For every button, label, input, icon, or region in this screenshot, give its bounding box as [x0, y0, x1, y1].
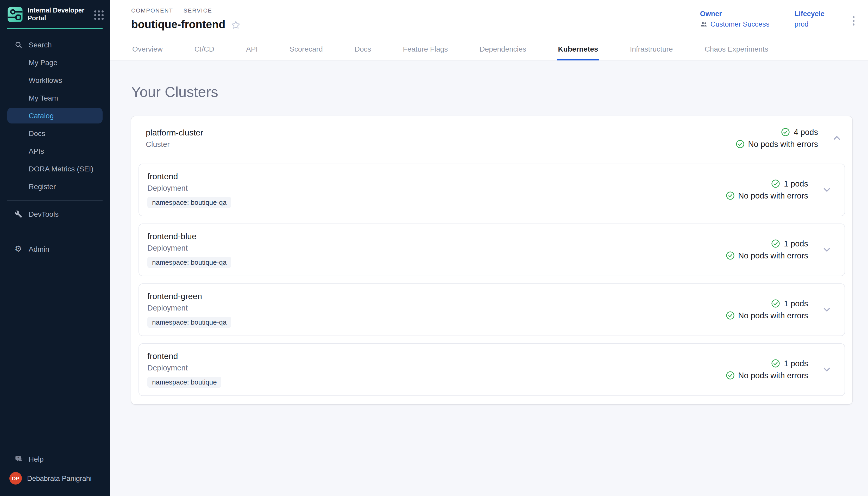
workload-row[interactable]: frontend-blue Deployment namespace: bout…: [139, 223, 845, 276]
check-circle-icon: [771, 299, 780, 308]
tab-overview[interactable]: Overview: [131, 45, 164, 60]
wrench-icon: [15, 210, 22, 218]
app-title: Internal Developer Portal: [28, 7, 90, 22]
lifecycle-value: prod: [794, 20, 824, 28]
tab-infrastructure[interactable]: Infrastructure: [629, 45, 674, 60]
tab-docs[interactable]: Docs: [354, 45, 372, 60]
chevron-down-icon[interactable]: [822, 184, 832, 195]
sidebar-item-search[interactable]: Search: [0, 36, 110, 54]
sidebar-item-docs[interactable]: Docs: [0, 125, 110, 142]
owner-label: Owner: [700, 10, 770, 18]
workload-pods-count: 1 pods: [771, 239, 808, 248]
check-circle-icon: [771, 179, 780, 188]
app-switcher-icon[interactable]: [94, 11, 103, 20]
tab-dependencies[interactable]: Dependencies: [479, 45, 527, 60]
check-circle-icon: [726, 371, 735, 380]
sidebar-item-register[interactable]: Register: [0, 178, 110, 196]
workload-pods-count: 1 pods: [771, 359, 808, 368]
avatar: DP: [10, 472, 22, 484]
cluster-pods-count: 4 pods: [781, 127, 818, 137]
breadcrumb: COMPONENT — SERVICE: [131, 7, 241, 14]
sidebar-bottom: ? Help DP Debabrata Panigrahi: [0, 450, 110, 496]
chevron-down-icon[interactable]: [822, 304, 832, 315]
tab-api[interactable]: API: [245, 45, 259, 60]
app-logo-icon: [7, 7, 23, 22]
workload-type: Deployment: [147, 184, 231, 192]
tab-bar: Overview CI/CD API Scorecard Docs Featur…: [110, 32, 868, 61]
check-circle-icon: [726, 311, 735, 320]
workload-type: Deployment: [147, 244, 231, 252]
namespace-chip: namespace: boutique-qa: [147, 197, 231, 207]
sidebar-item-my-page[interactable]: My Page: [0, 54, 110, 72]
workload-row[interactable]: frontend Deployment namespace: boutique-…: [139, 163, 845, 216]
chevron-up-icon[interactable]: [832, 133, 842, 143]
app-window: Internal Developer Portal Search My Page…: [0, 0, 868, 496]
workload-type: Deployment: [147, 363, 222, 372]
sidebar-divider: [7, 228, 102, 228]
main-area: COMPONENT — SERVICE boutique-frontend Ow…: [110, 0, 868, 496]
lifecycle-group: Lifecycle prod: [794, 10, 824, 32]
tab-chaos-experiments[interactable]: Chaos Experiments: [704, 45, 769, 60]
tab-kubernetes[interactable]: Kubernetes: [557, 45, 599, 60]
page-title: boutique-frontend: [131, 18, 225, 31]
check-circle-icon: [726, 251, 735, 260]
workload-pods-errors: No pods with errors: [726, 191, 808, 200]
chevron-down-icon[interactable]: [822, 244, 832, 255]
check-circle-icon: [781, 128, 790, 137]
sidebar-item-catalog[interactable]: Catalog: [7, 108, 102, 123]
workload-pods-errors: No pods with errors: [726, 371, 808, 380]
workload-pods-errors: No pods with errors: [726, 311, 808, 320]
namespace-chip: namespace: boutique: [147, 376, 222, 387]
workload-type: Deployment: [147, 304, 231, 312]
search-icon: [15, 41, 22, 49]
owner-link[interactable]: Customer Success: [700, 20, 770, 28]
tab-feature-flags[interactable]: Feature Flags: [402, 45, 449, 60]
user-name: Debabrata Panigrahi: [27, 475, 92, 482]
sidebar-divider: [7, 200, 102, 201]
sidebar-item-devtools[interactable]: DevTools: [0, 205, 110, 223]
user-menu[interactable]: DP Debabrata Panigrahi: [0, 468, 110, 491]
sidebar-item-help[interactable]: ? Help: [0, 450, 110, 468]
namespace-chip: namespace: boutique-qa: [147, 316, 231, 327]
lifecycle-label: Lifecycle: [794, 10, 824, 18]
sidebar-nav: Search My Page Workflows My Team Catalog…: [0, 36, 110, 196]
sidebar: Internal Developer Portal Search My Page…: [0, 0, 110, 496]
cluster-type: Cluster: [146, 140, 203, 148]
cluster-name: platform-cluster: [146, 128, 203, 137]
namespace-chip: namespace: boutique-qa: [147, 257, 231, 267]
more-options-icon[interactable]: [850, 10, 857, 32]
brand: Internal Developer Portal: [0, 0, 110, 28]
cluster-card: platform-cluster Cluster 4 pods No pods …: [131, 116, 852, 404]
check-circle-icon: [771, 359, 780, 368]
workload-row[interactable]: frontend-green Deployment namespace: bou…: [139, 283, 845, 336]
check-circle-icon: [771, 239, 780, 248]
sidebar-item-dora-metrics[interactable]: DORA Metrics (SEI): [0, 160, 110, 178]
favorite-star-icon[interactable]: [231, 20, 241, 30]
check-circle-icon: [736, 140, 744, 149]
workload-pods-errors: No pods with errors: [726, 251, 808, 260]
section-heading: Your Clusters: [131, 83, 852, 100]
workload-pods-count: 1 pods: [771, 179, 808, 188]
check-circle-icon: [726, 191, 735, 200]
sidebar-item-admin[interactable]: ⚙ Admin: [0, 240, 110, 258]
workload-name: frontend-green: [147, 292, 231, 301]
sidebar-item-workflows[interactable]: Workflows: [0, 72, 110, 89]
gear-icon: ⚙: [15, 245, 22, 253]
cluster-pods-errors: No pods with errors: [736, 139, 818, 149]
brand-divider: [7, 28, 102, 29]
svg-text:?: ?: [17, 456, 19, 460]
tab-scorecard[interactable]: Scorecard: [288, 45, 324, 60]
workload-pods-count: 1 pods: [771, 299, 808, 308]
tab-cicd[interactable]: CI/CD: [193, 45, 215, 60]
kubernetes-tab-content: Your Clusters platform-cluster Cluster 4…: [110, 61, 868, 496]
workload-row[interactable]: frontend Deployment namespace: boutique …: [139, 343, 845, 396]
page-header: COMPONENT — SERVICE boutique-frontend Ow…: [110, 0, 868, 32]
cluster-header[interactable]: platform-cluster Cluster 4 pods No pods …: [139, 122, 845, 156]
help-chat-icon: ?: [15, 455, 23, 463]
sidebar-item-apis[interactable]: APIs: [0, 142, 110, 160]
people-icon: [700, 20, 708, 28]
sidebar-item-my-team[interactable]: My Team: [0, 89, 110, 107]
entity-meta: Owner Customer Success: [700, 7, 857, 32]
owner-group: Owner Customer Success: [700, 10, 770, 32]
chevron-down-icon[interactable]: [822, 364, 832, 375]
